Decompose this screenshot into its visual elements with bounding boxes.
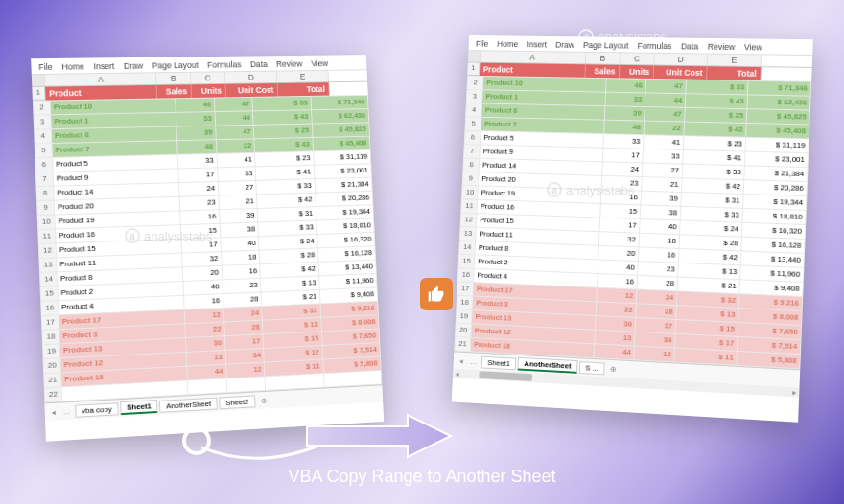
sheet-tab-sheet1[interactable]: Sheet1	[481, 355, 517, 370]
row-number[interactable]: 15	[40, 286, 58, 302]
ribbon-tab-draw[interactable]: Draw	[124, 61, 144, 71]
cell-units[interactable]: 16	[222, 264, 261, 280]
col-letter[interactable]: C	[191, 72, 225, 83]
cell-sales[interactable]: 32	[598, 232, 639, 247]
cell-sales[interactable]: 15	[600, 203, 641, 218]
cell-units[interactable]: 27	[218, 180, 257, 195]
ribbon-tab-draw[interactable]: Draw	[555, 40, 574, 50]
cell-sales[interactable]: 23	[179, 195, 219, 211]
row-number[interactable]: 2	[467, 76, 483, 90]
row-number[interactable]: 8	[463, 158, 480, 172]
row-number[interactable]: 5	[35, 144, 52, 158]
sheet-tab-vba-copy[interactable]: vba copy	[75, 402, 119, 418]
cell-units[interactable]: 47	[214, 97, 253, 111]
cell-sales[interactable]: 48	[176, 140, 216, 155]
cell-units[interactable]: 39	[641, 191, 682, 206]
ribbon-tab-insert[interactable]: Insert	[527, 40, 547, 50]
ribbon-tab-view[interactable]: View	[311, 58, 328, 68]
cell-sales[interactable]: 32	[182, 252, 222, 267]
row-number[interactable]: 4	[35, 129, 52, 144]
row-number[interactable]: 14	[459, 241, 476, 255]
cell-unitcost[interactable]: $ 25	[684, 107, 746, 123]
cell-units[interactable]: 28	[223, 292, 262, 308]
row-number[interactable]: 6	[464, 130, 481, 145]
add-sheet-icon[interactable]: ⊕	[606, 364, 621, 374]
cell-units[interactable]: 17	[224, 334, 264, 351]
cell-total[interactable]: $ 71,346	[747, 80, 810, 96]
cell-unitcost[interactable]: $ 41	[255, 165, 314, 180]
cell-units[interactable]: 34	[225, 348, 265, 364]
col-letter[interactable]: E	[708, 55, 762, 67]
row-number[interactable]: 20	[455, 323, 471, 337]
row-number[interactable]: 17	[41, 315, 59, 331]
cell-total[interactable]: $ 45,825	[746, 109, 809, 125]
cell-sales[interactable]: 39	[604, 106, 645, 121]
cell-unitcost[interactable]: $ 33	[686, 80, 748, 95]
cell-sales[interactable]: 33	[605, 92, 645, 106]
cell-sales[interactable]: 20	[182, 265, 222, 281]
cell-sales[interactable]: 24	[602, 162, 643, 177]
cell-unitcost[interactable]: $ 25	[253, 124, 312, 139]
cell-sales[interactable]: 20	[598, 245, 639, 261]
row-number[interactable]: 9	[462, 172, 479, 186]
ribbon-tab-home[interactable]: Home	[61, 62, 84, 72]
scrollbar-thumb[interactable]	[479, 371, 532, 381]
sheet-tab-anothersheet[interactable]: AnotherSheet	[159, 397, 218, 412]
scroll-left-icon[interactable]: ◂	[453, 369, 462, 378]
cell-units[interactable]	[226, 377, 266, 393]
cell-unitcost[interactable]: $ 31	[257, 207, 316, 222]
cell-unitcost[interactable]: $ 42	[257, 193, 316, 208]
cell-units[interactable]: 22	[644, 121, 684, 136]
cell-sales[interactable]: 33	[603, 134, 644, 149]
cell-units[interactable]: 40	[640, 219, 681, 235]
row-number[interactable]: 9	[37, 200, 55, 215]
nav-prev-icon[interactable]: …	[467, 356, 480, 365]
cell-sales[interactable]: 16	[180, 210, 220, 225]
row-number[interactable]: 6	[35, 157, 53, 172]
row-number[interactable]: 10	[37, 215, 55, 230]
cell-unitcost[interactable]: $ 28	[259, 248, 317, 264]
nav-prev-icon[interactable]: …	[59, 406, 73, 416]
cell-units[interactable]: 12	[634, 346, 675, 362]
cell-unitcost[interactable]: $ 23	[255, 151, 314, 167]
sheet-tab-anothersheet[interactable]: AnotherSheet	[518, 357, 578, 374]
cell-unitcost[interactable]: $ 43	[253, 110, 312, 126]
row-number[interactable]: 19	[42, 344, 59, 359]
cell-units[interactable]: 47	[645, 79, 686, 93]
col-letter[interactable]: A	[45, 73, 157, 85]
cell-total[interactable]: $ 23,001	[314, 164, 371, 179]
cell-sales[interactable]: 13	[186, 350, 225, 366]
row-number[interactable]: 15	[458, 254, 475, 268]
row-number[interactable]: 10	[461, 185, 478, 199]
cell-units[interactable]: 21	[219, 195, 258, 210]
cell-sales[interactable]: 17	[599, 218, 640, 233]
cell-sales[interactable]: 17	[178, 168, 218, 183]
add-sheet-icon[interactable]: ⊕	[257, 396, 270, 405]
cell-total[interactable]: $ 62,436	[747, 95, 810, 110]
col-letter[interactable]: B	[586, 53, 621, 64]
row-number[interactable]: 13	[459, 226, 476, 241]
cell-sales[interactable]: 40	[183, 280, 223, 295]
cell-sales[interactable]: 44	[594, 344, 634, 360]
row-number[interactable]: 4	[466, 103, 482, 118]
cell-units[interactable]: 33	[643, 149, 683, 164]
row-number[interactable]: 21	[44, 373, 61, 388]
cell-sales[interactable]: 48	[604, 120, 645, 135]
cell-total[interactable]: $ 21,384	[315, 177, 372, 193]
row-number[interactable]: 20	[43, 358, 60, 374]
cell-total[interactable]: $ 45,408	[746, 123, 809, 138]
sheet-tab-sheet1[interactable]: Sheet1	[120, 400, 158, 415]
cell-units[interactable]: 18	[221, 250, 260, 265]
row-number[interactable]: 7	[35, 172, 53, 186]
row-number[interactable]: 5	[465, 117, 481, 131]
ribbon-tab-formulas[interactable]: Formulas	[207, 60, 242, 70]
cell-units[interactable]: 47	[215, 125, 254, 139]
row-number[interactable]: 7	[463, 145, 480, 159]
col-letter[interactable]	[32, 75, 45, 86]
cell-sales[interactable]: 17	[602, 148, 643, 163]
row-number[interactable]: 12	[460, 213, 477, 227]
cell-total[interactable]: $ 45,408	[313, 136, 370, 151]
cell-sales[interactable]: 33	[176, 112, 215, 126]
row-number[interactable]: 8	[36, 186, 54, 200]
cell-unitcost[interactable]: $ 24	[259, 234, 317, 250]
